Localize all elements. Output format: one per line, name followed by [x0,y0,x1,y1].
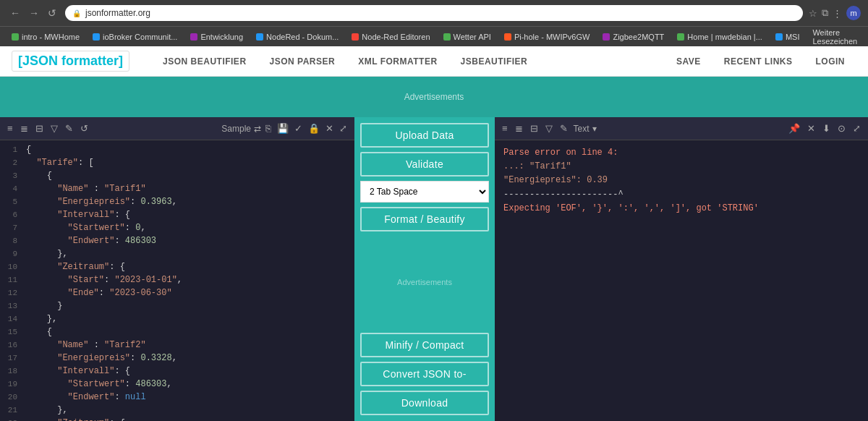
bookmark-home[interactable]: Home | mwdebian |... [671,31,768,43]
output-filter-icon[interactable]: ⊟ [529,122,540,135]
bookmark-label: Node-Red Editoren [362,33,430,41]
bookmark-iobroker[interactable]: ioBroker Communit... [87,31,183,43]
dropdown-icon: ⇄ [254,124,261,134]
menu-button[interactable]: ⋮ [833,8,842,19]
expand-icon[interactable]: ⤢ [338,122,349,135]
validate-button[interactable]: Validate [360,152,489,177]
save-icon[interactable]: 💾 [276,122,290,135]
error-context-text2: "Energiepreis": 0.39 [503,175,608,185]
bookmark-label: ioBroker Communit... [103,33,177,41]
output-download-icon[interactable]: ⬇ [821,122,832,135]
extensions-button[interactable]: ⧉ [822,7,828,19]
download-button[interactable]: Download [360,391,489,415]
json-editor-panel: ≡ ≣ ⊟ ▽ ✎ ↺ Sample ⇄ ⎘ 💾 ✓ 🔒 ✕ ⤢ 1{ 2 "T… [0,117,354,421]
toolbar-sort-icon[interactable]: ▽ [49,122,59,135]
toolbar-filter-icon[interactable]: ⊟ [34,122,45,135]
nav-jsbeautifier[interactable]: JSBEAUTIFIER [449,46,540,77]
copy-icon[interactable]: ⎘ [264,122,273,135]
output-edit-icon[interactable]: ✎ [558,122,569,135]
address-bar[interactable]: 🔒 jsonformatter.org [65,5,803,21]
bookmark-noderedEdit[interactable]: Node-Red Editoren [346,31,435,43]
output-actions: 📌 ✕ ⬇ ⊙ ⤢ [787,122,862,135]
tab-space-select[interactable]: 2 Tab Space 4 Tab Space 2 Space 4 Space [360,181,489,203]
bookmark-pihole[interactable]: Pi-hole - MWIPv6GW [498,31,596,43]
bookmark-icon [190,33,197,41]
output-sort-icon[interactable]: ▽ [544,122,554,135]
ads-banner: Advertisements [0,77,868,117]
bookmarks-more-button[interactable]: Weitere Lesezeichen [807,27,863,47]
nav-login[interactable]: LOGIN [804,46,857,77]
convert-button[interactable]: Convert JSON to- [360,362,489,386]
bookmark-wetter[interactable]: Wetter API [438,31,497,43]
code-line: 4 "Name" : "Tarif1" [0,182,354,195]
json-output-panel: ≡ ≣ ⊟ ▽ ✎ Text ▾ 📌 ✕ ⬇ ⊙ ⤢ Parse error o… [495,117,868,421]
forward-button[interactable]: → [26,6,42,20]
bookmark-icon [93,33,100,41]
nav-xml-formatter[interactable]: XML FORMATTER [346,46,448,77]
bookmark-icon [256,33,263,41]
bookmark-label: Pi-hole - MWIPv6GW [514,33,590,41]
error-text: Parse error on line 4: [503,148,618,158]
error-separator: ----------------------^ [503,188,859,202]
toolbar-hamburger-icon[interactable]: ≡ [6,122,14,135]
output-pin-icon[interactable]: 📌 [787,122,801,135]
code-line: 14 }, [0,312,354,326]
bookmark-zigbee[interactable]: Zigbee2MQTT [597,31,670,43]
error-message-text: Expecting 'EOF', '}', ':', ',', ']', got… [503,203,759,213]
output-list-icon[interactable]: ≣ [514,122,524,135]
editor-code-area[interactable]: 1{ 2 "Tarife": [ 3 { 4 "Name" : "Tarif1"… [0,140,354,421]
error-separator-text: ----------------------^ [503,190,624,200]
back-button[interactable]: ← [7,6,23,20]
bookmark-icon [443,33,451,41]
upload-data-button[interactable]: Upload Data [360,123,489,148]
error-message: Expecting 'EOF', '}', ':', ',', ']', got… [503,202,859,216]
nav-json-beautifier[interactable]: JSON BEAUTIFIER [151,46,258,77]
code-line: 6 "Intervall": { [0,208,354,221]
code-line: 8 "Endwert": 486303 [0,234,354,247]
compact-button[interactable]: Minify / Compact [360,333,489,357]
refresh-button[interactable]: ↺ [45,6,59,20]
app-logo: [JSON formatter] [12,51,129,72]
browser-actions: ☆ ⧉ ⋮ m [809,6,861,20]
output-dropdown-icon: ▾ [592,124,597,134]
check-icon[interactable]: ✓ [293,122,304,135]
bookmark-label: NodeRed - Dokum... [266,33,339,41]
close-icon[interactable]: ✕ [324,122,335,135]
code-line: 21 }, [0,404,354,417]
error-context1: ...: "Tarif1" [503,160,859,174]
output-hamburger-icon[interactable]: ≡ [501,122,509,135]
output-expand-icon[interactable]: ⤢ [851,122,862,135]
toolbar-edit-icon[interactable]: ✎ [64,122,75,135]
nav-json-parser[interactable]: JSON PARSER [258,46,347,77]
code-line: 18 "Intervall": { [0,365,354,378]
bookmark-msi[interactable]: MSI [770,31,806,43]
bookmark-label: MSI [786,33,800,41]
toolbar-list-icon[interactable]: ≣ [19,122,30,135]
logo-text: JSON formatter [22,54,119,68]
bookmark-icon [504,33,511,41]
nav-buttons: ← → ↺ [7,6,59,20]
output-text-label: Text [574,124,590,134]
logo-bracket-close: ] [119,54,123,68]
output-copy-icon[interactable]: ⊙ [836,122,847,135]
ads-middle: Advertisements [397,236,452,328]
nav-recent-links[interactable]: RECENT LINKS [712,46,804,77]
bookmark-star-button[interactable]: ☆ [809,8,817,19]
output-toolbar: ≡ ≣ ⊟ ▽ ✎ Text ▾ 📌 ✕ ⬇ ⊙ ⤢ [495,117,868,140]
code-line: 22 "Zeitraum": { [0,417,354,421]
nav-save[interactable]: SAVE [665,46,712,77]
error-line: Parse error on line 4: [503,146,859,160]
code-line: 11 "Start": "2023-01-01", [0,273,354,286]
beautify-button[interactable]: Format / Beautify [360,207,489,231]
profile-button[interactable]: m [846,6,861,20]
bookmark-entwicklung[interactable]: Entwicklung [184,31,249,43]
ads-text: Advertisements [404,92,464,102]
controls-panel: Upload Data Validate 2 Tab Space 4 Tab S… [354,117,495,421]
bookmark-noderedDok[interactable]: NodeRed - Dokum... [250,31,344,43]
toolbar-undo-icon[interactable]: ↺ [79,122,90,135]
bookmark-intro[interactable]: intro - MWHome [6,31,85,43]
output-close-icon[interactable]: ✕ [806,122,817,135]
code-line: 1{ [0,143,354,156]
lock-icon[interactable]: 🔒 [307,122,321,135]
code-line: 15 { [0,326,354,339]
